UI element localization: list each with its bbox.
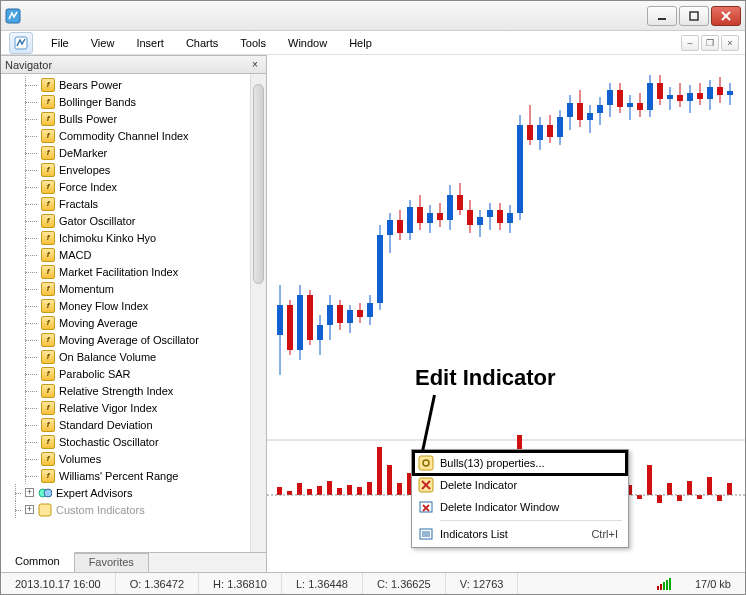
svg-rect-113: [387, 465, 392, 495]
indicators-list-icon: [418, 526, 434, 542]
mdi-minimize-button[interactable]: –: [681, 35, 699, 51]
menu-item-properties[interactable]: Bulls(13) properties...: [414, 452, 626, 474]
mdi-restore-button[interactable]: ❐: [701, 35, 719, 51]
svg-rect-69: [567, 103, 573, 117]
svg-rect-45: [447, 195, 453, 220]
svg-rect-39: [417, 207, 423, 223]
svg-rect-114: [397, 483, 402, 495]
indicator-item[interactable]: fMarket Facilitation Index: [5, 263, 250, 280]
indicator-item[interactable]: fGator Oscillator: [5, 212, 250, 229]
svg-rect-61: [527, 125, 533, 140]
svg-rect-17: [307, 295, 313, 340]
indicator-item[interactable]: fBears Power: [5, 76, 250, 93]
indicator-item[interactable]: fMACD: [5, 246, 250, 263]
menu-item-indicators-list[interactable]: Indicators List Ctrl+I: [414, 523, 626, 545]
indicator-item[interactable]: fIchimoku Kinko Hyo: [5, 229, 250, 246]
scrollbar-thumb[interactable]: [253, 84, 264, 284]
menu-tools[interactable]: Tools: [230, 34, 276, 52]
svg-rect-59: [517, 125, 523, 213]
navigator-tree[interactable]: fBears PowerfBollinger BandsfBulls Power…: [1, 74, 250, 552]
custom-indicators-label: Custom Indicators: [56, 504, 145, 516]
statusbar: 2013.10.17 16:00 O: 1.36472 H: 1.36810 L…: [1, 572, 745, 594]
indicator-label: Standard Deviation: [59, 419, 153, 431]
indicator-item[interactable]: fFractals: [5, 195, 250, 212]
svg-rect-104: [297, 483, 302, 495]
function-icon: f: [41, 214, 55, 228]
window-maximize-button[interactable]: [679, 6, 709, 26]
expert-advisors-icon: [38, 486, 52, 500]
svg-rect-146: [717, 495, 722, 501]
menu-window[interactable]: Window: [278, 34, 337, 52]
svg-rect-8: [39, 504, 51, 516]
indicator-item[interactable]: fForce Index: [5, 178, 250, 195]
indicator-label: Relative Vigor Index: [59, 402, 157, 414]
navigator-body: fBears PowerfBollinger BandsfBulls Power…: [1, 74, 266, 552]
indicator-item[interactable]: fMoney Flow Index: [5, 297, 250, 314]
tab-favorites[interactable]: Favorites: [75, 553, 149, 572]
svg-rect-41: [427, 213, 433, 223]
app-menu-icon[interactable]: [9, 32, 33, 54]
indicator-item[interactable]: fStochastic Oscillator: [5, 433, 250, 450]
menu-charts[interactable]: Charts: [176, 34, 228, 52]
function-icon: f: [41, 333, 55, 347]
menu-help[interactable]: Help: [339, 34, 382, 52]
menu-file[interactable]: File: [41, 34, 79, 52]
custom-indicators-node[interactable]: +Custom Indicators: [5, 501, 250, 518]
window-close-button[interactable]: [711, 6, 741, 26]
navigator-title: Navigator: [5, 59, 52, 71]
svg-rect-19: [317, 325, 323, 340]
indicator-item[interactable]: fMoving Average: [5, 314, 250, 331]
navigator-panel: Navigator × fBears PowerfBollinger Bands…: [1, 55, 267, 572]
indicator-label: Relative Strength Index: [59, 385, 173, 397]
indicator-item[interactable]: fEnvelopes: [5, 161, 250, 178]
navigator-close-button[interactable]: ×: [248, 58, 262, 72]
navigator-header: Navigator ×: [1, 56, 266, 74]
menu-item-delete-window[interactable]: Delete Indicator Window: [414, 496, 626, 518]
svg-rect-47: [457, 195, 463, 210]
navigator-scrollbar[interactable]: [250, 74, 266, 552]
indicator-item[interactable]: fOn Balance Volume: [5, 348, 250, 365]
indicator-label: Williams' Percent Range: [59, 470, 178, 482]
window-minimize-button[interactable]: [647, 6, 677, 26]
navigator-tabs: Common Favorites: [1, 552, 266, 572]
mdi-close-button[interactable]: ×: [721, 35, 739, 51]
svg-rect-29: [367, 303, 373, 317]
menu-item-delete-indicator[interactable]: Delete Indicator: [414, 474, 626, 496]
svg-rect-63: [537, 125, 543, 140]
svg-rect-110: [357, 487, 362, 495]
properties-icon: [418, 455, 434, 471]
function-icon: f: [41, 435, 55, 449]
indicator-item[interactable]: fBulls Power: [5, 110, 250, 127]
expert-advisors-node[interactable]: +Expert Advisors: [5, 484, 250, 501]
indicator-item[interactable]: fDeMarker: [5, 144, 250, 161]
svg-rect-97: [707, 87, 713, 99]
svg-rect-112: [377, 447, 382, 495]
svg-rect-141: [667, 483, 672, 495]
expand-icon[interactable]: +: [25, 505, 34, 514]
function-icon: f: [41, 384, 55, 398]
indicator-item[interactable]: fMomentum: [5, 280, 250, 297]
indicator-item[interactable]: fStandard Deviation: [5, 416, 250, 433]
indicator-item[interactable]: fMoving Average of Oscillator: [5, 331, 250, 348]
svg-rect-65: [547, 125, 553, 137]
svg-rect-75: [597, 105, 603, 113]
indicator-label: Stochastic Oscillator: [59, 436, 159, 448]
indicator-item[interactable]: fRelative Vigor Index: [5, 399, 250, 416]
status-traffic: 17/0 kb: [681, 573, 745, 594]
svg-rect-51: [477, 217, 483, 225]
tab-common[interactable]: Common: [1, 552, 75, 572]
indicator-item[interactable]: fBollinger Bands: [5, 93, 250, 110]
context-menu-separator: [440, 520, 622, 521]
indicator-item[interactable]: fRelative Strength Index: [5, 382, 250, 399]
indicator-label: Bears Power: [59, 79, 122, 91]
indicator-item[interactable]: fWilliams' Percent Range: [5, 467, 250, 484]
menu-insert[interactable]: Insert: [126, 34, 174, 52]
status-low: L: 1.36448: [282, 573, 363, 594]
indicator-item[interactable]: fCommodity Channel Index: [5, 127, 250, 144]
indicator-item[interactable]: fVolumes: [5, 450, 250, 467]
indicator-item[interactable]: fParabolic SAR: [5, 365, 250, 382]
menu-item-indicators-list-label: Indicators List: [440, 528, 508, 540]
expand-icon[interactable]: +: [25, 488, 34, 497]
menu-view[interactable]: View: [81, 34, 125, 52]
svg-rect-21: [327, 305, 333, 325]
